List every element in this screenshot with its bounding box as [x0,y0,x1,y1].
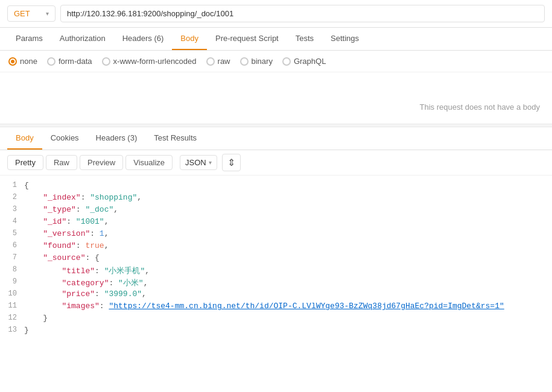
wrap-icon: ⇕ [227,157,235,168]
json-string: "shopping" [90,193,137,202]
chevron-down-icon: ▾ [46,10,49,17]
format-select[interactable]: JSON▾ [180,155,217,170]
line-content: "found": true, [24,241,552,250]
line-content: "title": "小米手机", [24,265,552,276]
line-content: } [24,326,552,335]
line-number: 12 [0,314,24,322]
json-string: "小米手机" [104,267,145,276]
json-punct: , [104,241,109,250]
json-punct: : { [85,253,99,262]
json-punct: : [76,241,86,250]
line-content: "category": "小米", [24,277,552,288]
code-line-9: 9 "category": "小米", [0,277,552,289]
code-line-11: 11 "images": "https://tse4-mm.cn.bing.ne… [0,301,552,313]
json-key: "category" [62,279,109,288]
line-content: "_type": "_doc", [24,205,552,214]
request-tab-prerequest[interactable]: Pre-request Script [207,28,287,50]
line-content: "images": "https://tse4-mm.cn.bing.net/t… [24,302,552,311]
response-tab-testresults[interactable]: Test Results [145,127,205,150]
json-key: "_version" [43,229,90,238]
view-btn-visualize[interactable]: Visualize [125,155,173,170]
radio-label-binary: binary [252,57,273,66]
response-tab-body[interactable]: Body [7,127,42,150]
code-line-4: 4 "_id": "1001", [0,217,552,229]
request-tab-body[interactable]: Body [172,28,207,50]
response-tabs: BodyCookiesHeaders (3)Test Results [0,127,552,150]
body-option-binary[interactable]: binary [240,57,273,66]
request-tab-tests[interactable]: Tests [287,28,322,50]
json-punct: : [66,217,76,226]
line-number: 8 [0,265,24,274]
json-key: "_type" [43,205,76,214]
json-key: "images" [62,302,99,311]
json-key: "_id" [43,217,66,226]
code-line-8: 8 "title": "小米手机", [0,265,552,277]
method-select[interactable]: GET ▾ [7,5,56,22]
line-number: 1 [0,181,24,189]
radio-dot-form-data [47,57,56,66]
body-option-raw[interactable]: raw [206,57,230,66]
body-option-x-www-form-urlencoded[interactable]: x-www-form-urlencoded [102,57,197,66]
line-content: "_version": 1, [24,229,552,238]
json-punct: : [95,267,104,276]
no-body-message: This request does not have a body [0,72,552,124]
json-punct: , [142,289,147,299]
response-code-area: 1{2 "_index": "shopping",3 "_type": "_do… [0,175,552,342]
code-line-3: 3 "_type": "_doc", [0,204,552,217]
code-line-13: 13} [0,325,552,337]
body-option-form-data[interactable]: form-data [47,57,92,66]
body-option-graphql[interactable]: GraphQL [282,57,326,66]
radio-dot-x-www-form-urlencoded [102,57,110,66]
line-number: 3 [0,205,24,213]
json-punct: , [144,279,148,288]
response-tab-headers[interactable]: Headers (3) [87,127,146,150]
line-content: } [24,314,552,323]
line-number: 4 [0,217,24,226]
view-btn-pretty[interactable]: Pretty [7,155,43,170]
json-key: "_index" [43,193,80,202]
radio-dot-graphql [282,57,291,66]
response-tab-cookies[interactable]: Cookies [42,127,87,150]
request-tab-params[interactable]: Params [7,28,51,50]
request-tab-headers[interactable]: Headers (6) [114,28,173,50]
radio-label-none: none [20,57,37,66]
radio-label-raw: raw [218,57,230,66]
json-punct: } [43,314,48,323]
json-punct: : [100,302,109,311]
code-line-12: 12 } [0,313,552,325]
line-content: "_source": { [24,253,552,262]
line-number: 13 [0,326,24,334]
line-content: { [24,181,552,190]
json-string: "3999.0" [104,289,142,299]
view-btn-raw[interactable]: Raw [46,155,77,170]
radio-label-graphql: GraphQL [294,57,326,66]
json-string: "小米" [118,279,144,288]
line-number: 10 [0,289,24,298]
wrap-button[interactable]: ⇕ [222,154,241,171]
chevron-down-icon: ▾ [209,159,212,166]
radio-label-form-data: form-data [59,57,92,66]
line-content: "_index": "shopping", [24,193,552,202]
radio-dot-binary [240,57,249,66]
line-number: 7 [0,253,24,262]
radio-dot-none [8,57,17,66]
json-string: "_doc" [85,205,113,214]
code-line-2: 2 "_index": "shopping", [0,192,552,204]
body-option-none[interactable]: none [8,57,37,66]
json-punct: : [90,229,100,238]
json-link[interactable]: "https://tse4-mm.cn.bing.net/th/id/OIP-C… [109,302,504,311]
request-tab-authorization[interactable]: Authorization [51,28,114,50]
view-options-bar: PrettyRawPreviewVisualizeJSON▾⇕ [0,150,552,175]
url-bar: GET ▾ [0,0,552,28]
body-options: noneform-datax-www-form-urlencodedrawbin… [0,51,552,72]
url-input[interactable] [60,5,545,22]
json-bool: true [85,241,104,250]
request-tab-settings[interactable]: Settings [322,28,367,50]
code-line-10: 10 "price": "3999.0", [0,289,552,301]
code-line-6: 6 "found": true, [0,241,552,253]
json-string: "1001" [76,217,104,226]
radio-dot-raw [206,57,215,66]
json-number: 1 [100,229,104,238]
view-btn-preview[interactable]: Preview [80,155,123,170]
line-number: 6 [0,241,24,250]
